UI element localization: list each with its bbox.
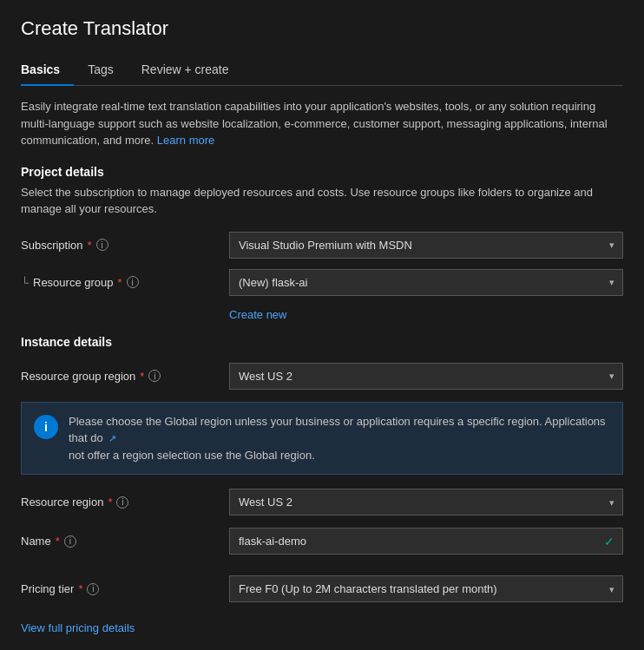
resource-group-dropdown-wrapper: (New) flask-ai ▾ [229, 269, 623, 296]
tab-bar: Basics Tags Review + create [21, 56, 623, 86]
subscription-control: Visual Studio Premium with MSDN ▾ [229, 232, 623, 259]
name-label: Name * i [21, 535, 229, 548]
resource-region-required: * [108, 496, 112, 509]
resource-group-row: └ Resource group * i (New) flask-ai ▾ [21, 269, 623, 296]
name-row: Name * i ✓ [21, 528, 623, 555]
name-required: * [56, 535, 60, 548]
project-details-title: Project details [21, 165, 623, 179]
pricing-link[interactable]: View full pricing details [21, 621, 135, 634]
rg-region-required: * [140, 370, 144, 383]
subscription-dropdown-wrapper: Visual Studio Premium with MSDN ▾ [229, 232, 623, 259]
pricing-tier-dropdown-wrapper: Free F0 (Up to 2M characters translated … [229, 575, 623, 602]
rg-region-info-icon[interactable]: i [148, 370, 161, 382]
resource-group-info-icon[interactable]: i [127, 276, 139, 288]
resource-region-select[interactable]: West US 2 East US Global [229, 489, 623, 515]
instance-details-title: Instance details [21, 335, 623, 349]
subscription-required: * [88, 239, 92, 252]
rg-region-dropdown-wrapper: West US 2 East US Global ▾ [229, 363, 623, 390]
resource-region-info-icon[interactable]: i [116, 496, 128, 509]
resource-group-control: (New) flask-ai ▾ [229, 269, 623, 296]
subscription-info-icon[interactable]: i [96, 239, 108, 251]
resource-group-select[interactable]: (New) flask-ai [229, 269, 623, 296]
name-check-icon: ✓ [604, 535, 614, 548]
create-new-link[interactable]: Create new [229, 308, 623, 321]
tab-review-create[interactable]: Review + create [128, 56, 243, 85]
rg-region-select[interactable]: West US 2 East US Global [229, 363, 623, 390]
name-input-wrapper: ✓ [229, 528, 623, 555]
resource-region-control: West US 2 East US Global ▾ [229, 489, 623, 515]
name-info-icon[interactable]: i [64, 535, 76, 548]
tab-basics[interactable]: Basics [21, 56, 74, 85]
page-title: Create Translator [21, 17, 623, 40]
learn-more-link[interactable]: Learn more [157, 134, 214, 147]
pricing-tier-control: Free F0 (Up to 2M characters translated … [229, 575, 623, 602]
resource-region-dropdown-wrapper: West US 2 East US Global ▾ [229, 489, 623, 515]
resource-region-row: Resource region * i West US 2 East US Gl… [21, 489, 623, 515]
resource-group-region-row: Resource group region * i West US 2 East… [21, 363, 623, 390]
subscription-row: Subscription * i Visual Studio Premium w… [21, 232, 623, 259]
name-control: ✓ [229, 528, 623, 555]
info-banner: i Please choose the Global region unless… [21, 402, 623, 476]
name-input[interactable] [229, 528, 623, 555]
pricing-tier-info-icon[interactable]: i [87, 583, 99, 595]
external-link-icon: ↗ [108, 433, 116, 443]
page-description: Easily integrate real-time text translat… [21, 98, 623, 149]
info-banner-text: Please choose the Global region unless y… [69, 413, 610, 464]
resource-region-label: Resource region * i [21, 496, 229, 509]
pricing-tier-row: Pricing tier * i Free F0 (Up to 2M chara… [21, 575, 623, 602]
project-details-desc: Select the subscription to manage deploy… [21, 184, 623, 218]
tab-tags[interactable]: Tags [74, 56, 128, 85]
resource-group-label: └ Resource group * i [21, 276, 229, 289]
pricing-tier-select[interactable]: Free F0 (Up to 2M characters translated … [229, 575, 623, 602]
pricing-tier-required: * [78, 582, 82, 595]
rg-region-control: West US 2 East US Global ▾ [229, 363, 623, 390]
pricing-tier-label: Pricing tier * i [21, 582, 229, 595]
instance-details-section: Instance details [21, 335, 623, 349]
resource-group-required: * [118, 276, 122, 289]
subscription-label: Subscription * i [21, 239, 229, 252]
subscription-select[interactable]: Visual Studio Premium with MSDN [229, 232, 623, 259]
project-details-section: Project details Select the subscription … [21, 165, 623, 218]
info-banner-icon: i [34, 415, 58, 439]
resource-group-region-label: Resource group region * i [21, 370, 229, 383]
